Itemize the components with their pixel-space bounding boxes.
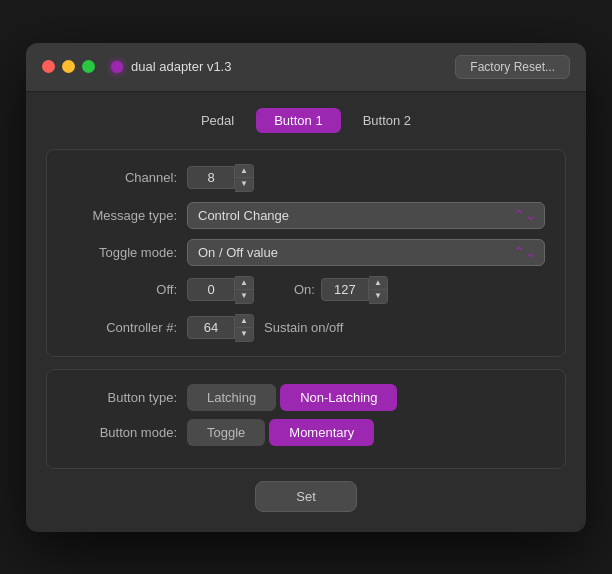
message-type-label: Message type: bbox=[67, 208, 177, 223]
set-button[interactable]: Set bbox=[255, 481, 357, 512]
traffic-lights bbox=[42, 60, 95, 73]
channel-stepper-buttons: ▲ ▼ bbox=[235, 164, 254, 192]
channel-label: Channel: bbox=[67, 170, 177, 185]
close-button[interactable] bbox=[42, 60, 55, 73]
on-decrement-button[interactable]: ▼ bbox=[369, 290, 387, 303]
off-input[interactable] bbox=[187, 278, 235, 301]
off-stepper-buttons: ▲ ▼ bbox=[235, 276, 254, 304]
maximize-button[interactable] bbox=[82, 60, 95, 73]
tab-button2[interactable]: Button 2 bbox=[345, 108, 429, 133]
on-stepper: ▲ ▼ bbox=[321, 276, 388, 304]
controller-stepper: ▲ ▼ bbox=[187, 314, 254, 342]
controller-decrement-button[interactable]: ▼ bbox=[235, 328, 253, 341]
set-button-row: Set bbox=[46, 481, 566, 512]
controller-label: Controller #: bbox=[67, 320, 177, 335]
off-label: Off: bbox=[67, 282, 177, 297]
settings-panel: Channel: ▲ ▼ Message type: Control Chang… bbox=[46, 149, 566, 357]
tab-button1[interactable]: Button 1 bbox=[256, 108, 340, 133]
app-indicator-icon bbox=[111, 61, 123, 73]
button-type-label: Button type: bbox=[67, 390, 177, 405]
toggle-mode-label: Toggle mode: bbox=[67, 245, 177, 260]
app-title-text: dual adapter v1.3 bbox=[131, 59, 231, 74]
tab-bar: Pedal Button 1 Button 2 bbox=[46, 108, 566, 133]
on-group: On: ▲ ▼ bbox=[294, 276, 388, 304]
button-mode-group: Toggle Momentary bbox=[187, 419, 374, 446]
app-title: dual adapter v1.3 bbox=[111, 59, 231, 74]
factory-reset-button[interactable]: Factory Reset... bbox=[455, 55, 570, 79]
toggle-mode-row: Toggle mode: On / Off value Toggle Momen… bbox=[67, 239, 545, 266]
title-bar: dual adapter v1.3 Factory Reset... bbox=[26, 43, 586, 92]
off-stepper: ▲ ▼ bbox=[187, 276, 254, 304]
on-stepper-buttons: ▲ ▼ bbox=[369, 276, 388, 304]
channel-row: Channel: ▲ ▼ bbox=[67, 164, 545, 192]
channel-input[interactable] bbox=[187, 166, 235, 189]
button-mode-label: Button mode: bbox=[67, 425, 177, 440]
message-type-select[interactable]: Control Change Note On/Off Program Chang… bbox=[187, 202, 545, 229]
button-mode-row: Button mode: Toggle Momentary bbox=[67, 419, 545, 446]
controller-input[interactable] bbox=[187, 316, 235, 339]
content-area: Pedal Button 1 Button 2 Channel: ▲ ▼ Mes… bbox=[26, 92, 586, 532]
button-type-row: Button type: Latching Non-Latching bbox=[67, 384, 545, 411]
title-bar-content: dual adapter v1.3 Factory Reset... bbox=[111, 55, 570, 79]
off-decrement-button[interactable]: ▼ bbox=[235, 290, 253, 303]
button-options-panel: Button type: Latching Non-Latching Butto… bbox=[46, 369, 566, 469]
channel-increment-button[interactable]: ▲ bbox=[235, 165, 253, 178]
controller-row: Controller #: ▲ ▼ Sustain on/off bbox=[67, 314, 545, 342]
on-input[interactable] bbox=[321, 278, 369, 301]
off-on-row: Off: ▲ ▼ On: ▲ bbox=[67, 276, 545, 304]
button-mode-momentary[interactable]: Momentary bbox=[269, 419, 374, 446]
channel-decrement-button[interactable]: ▼ bbox=[235, 178, 253, 191]
main-window: dual adapter v1.3 Factory Reset... Pedal… bbox=[26, 43, 586, 532]
toggle-mode-select[interactable]: On / Off value Toggle Momentary bbox=[187, 239, 545, 266]
on-increment-button[interactable]: ▲ bbox=[369, 277, 387, 290]
minimize-button[interactable] bbox=[62, 60, 75, 73]
message-type-row: Message type: Control Change Note On/Off… bbox=[67, 202, 545, 229]
button-type-non-latching[interactable]: Non-Latching bbox=[280, 384, 397, 411]
controller-increment-button[interactable]: ▲ bbox=[235, 315, 253, 328]
channel-stepper: ▲ ▼ bbox=[187, 164, 254, 192]
sustain-label: Sustain on/off bbox=[264, 320, 343, 335]
off-on-values: ▲ ▼ On: ▲ ▼ bbox=[187, 276, 545, 304]
button-type-latching[interactable]: Latching bbox=[187, 384, 276, 411]
off-increment-button[interactable]: ▲ bbox=[235, 277, 253, 290]
tab-pedal[interactable]: Pedal bbox=[183, 108, 252, 133]
toggle-mode-select-wrapper: On / Off value Toggle Momentary ⌃⌄ bbox=[187, 239, 545, 266]
controller-stepper-buttons: ▲ ▼ bbox=[235, 314, 254, 342]
button-type-group: Latching Non-Latching bbox=[187, 384, 397, 411]
button-mode-toggle[interactable]: Toggle bbox=[187, 419, 265, 446]
message-type-select-wrapper: Control Change Note On/Off Program Chang… bbox=[187, 202, 545, 229]
on-label: On: bbox=[294, 282, 315, 297]
